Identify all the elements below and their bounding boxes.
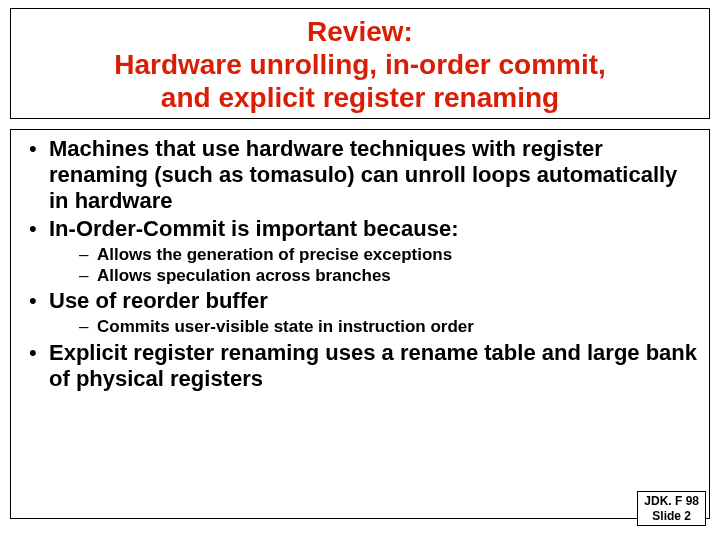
footer-badge: JDK. F 98 Slide 2 xyxy=(637,491,706,526)
title-line-3: and explicit register renaming xyxy=(21,81,699,114)
bullet-text: Machines that use hardware techniques wi… xyxy=(49,136,677,213)
bullet-text: Explicit register renaming uses a rename… xyxy=(49,340,697,391)
title-line-2: Hardware unrolling, in-order commit, xyxy=(21,48,699,81)
sub-bullet-text: Allows speculation across branches xyxy=(97,266,391,285)
body-box: Machines that use hardware techniques wi… xyxy=(10,129,710,519)
sub-bullet-text: Allows the generation of precise excepti… xyxy=(97,245,452,264)
bullet-text: In-Order-Commit is important because: xyxy=(49,216,459,241)
title-box: Review: Hardware unrolling, in-order com… xyxy=(10,8,710,119)
sub-bullet-item: Allows the generation of precise excepti… xyxy=(49,244,699,265)
title-line-1: Review: xyxy=(21,15,699,48)
sub-bullet-text: Commits user-visible state in instructio… xyxy=(97,317,474,336)
sub-bullet-list: Allows the generation of precise excepti… xyxy=(49,244,699,287)
footer-line-2: Slide 2 xyxy=(644,509,699,523)
footer-line-1: JDK. F 98 xyxy=(644,494,699,508)
bullet-item: Machines that use hardware techniques wi… xyxy=(21,136,699,214)
sub-bullet-item: Allows speculation across branches xyxy=(49,265,699,286)
slide: Review: Hardware unrolling, in-order com… xyxy=(0,0,720,540)
bullet-list: Machines that use hardware techniques wi… xyxy=(21,136,699,391)
bullet-item: Explicit register renaming uses a rename… xyxy=(21,340,699,392)
bullet-item: Use of reorder buffer Commits user-visib… xyxy=(21,288,699,337)
sub-bullet-item: Commits user-visible state in instructio… xyxy=(49,316,699,337)
sub-bullet-list: Commits user-visible state in instructio… xyxy=(49,316,699,337)
bullet-text: Use of reorder buffer xyxy=(49,288,268,313)
bullet-item: In-Order-Commit is important because: Al… xyxy=(21,216,699,286)
